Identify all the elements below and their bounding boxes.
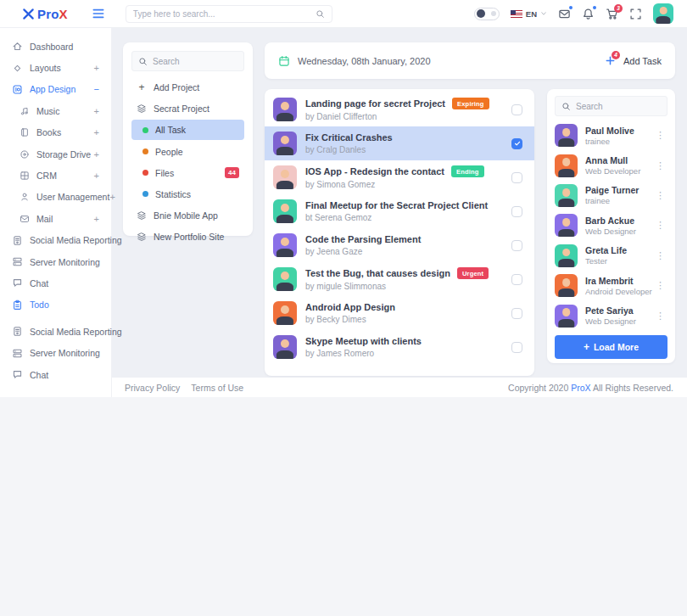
project-item-statistics[interactable]: Statistics — [131, 184, 244, 204]
task-checkbox[interactable] — [511, 138, 522, 149]
sidebar-item-chat[interactable]: Chat — [0, 272, 111, 294]
sidebar-item-mail[interactable]: Mail + — [0, 208, 111, 229]
sidebar-expand-toggle[interactable]: + — [109, 192, 114, 202]
sidebar-item-music[interactable]: Music + — [0, 100, 111, 121]
task-checkbox[interactable] — [511, 274, 522, 285]
task-row[interactable]: Test the Bug, that causes designUrgent b… — [265, 262, 534, 296]
sidebar-expand-toggle[interactable]: + — [94, 106, 99, 116]
cart-icon[interactable]: 3 — [606, 8, 618, 20]
add-task-button[interactable]: 4 Add Task — [605, 55, 662, 66]
person-menu-dots[interactable]: ⋮ — [654, 190, 667, 201]
project-item-add-project[interactable]: + Add Project — [131, 77, 244, 97]
person-row[interactable]: Anna Mull Web Developer ⋮ — [555, 150, 667, 180]
task-row[interactable]: Landing page for secret ProjectExpiring … — [265, 92, 534, 126]
project-item-secrat-project[interactable]: Secrat Project — [131, 98, 244, 118]
person-row[interactable]: Greta Life Tester ⋮ — [555, 241, 667, 271]
sidebar-item-server-monitoring[interactable]: Server Monitoring — [0, 251, 111, 272]
person-menu-dots[interactable]: ⋮ — [654, 250, 667, 261]
task-checkbox[interactable] — [511, 342, 522, 353]
search-icon[interactable] — [316, 9, 325, 19]
person-menu-dots[interactable]: ⋮ — [654, 130, 667, 141]
footer-brand-link[interactable]: ProX — [571, 383, 590, 393]
person-row[interactable]: Ira Membrit Android Developer ⋮ — [555, 271, 667, 300]
task-checkbox[interactable] — [511, 240, 522, 251]
app-logo[interactable]: ProX — [22, 7, 68, 21]
global-search-input[interactable] — [133, 9, 316, 19]
hamburger-menu-icon[interactable] — [92, 8, 105, 20]
sidebar-item-label: Server Monitoring — [30, 348, 100, 358]
task-author: by Daniel Clifferton — [305, 112, 489, 121]
terms-of-use-link[interactable]: Terms of Use — [191, 383, 243, 393]
person-row[interactable]: Paige Turner trainee ⋮ — [555, 181, 667, 210]
copyright-text: Copyright 2020 ProX All Rights Reserved. — [508, 383, 673, 393]
task-row[interactable]: Fix Critical Crashes by Cralg Danles — [265, 126, 534, 160]
person-name: Paul Molive — [585, 126, 634, 136]
user-avatar[interactable] — [653, 3, 673, 24]
task-checkbox[interactable] — [511, 104, 522, 115]
project-item-label: New Portfolio Site — [154, 232, 224, 242]
calendar-icon — [278, 55, 290, 67]
task-checkbox[interactable] — [511, 206, 522, 217]
sidebar-expand-toggle[interactable]: + — [94, 171, 99, 181]
task-row[interactable]: Final Meetup for the Secrat Project Clie… — [265, 194, 534, 228]
project-item-bnie-mobile-app[interactable]: Bnie Mobile App — [131, 205, 244, 225]
sidebar-expand-toggle[interactable]: − — [94, 84, 99, 94]
project-item-people[interactable]: People — [131, 142, 244, 161]
sidebar-expand-toggle[interactable]: + — [94, 214, 99, 224]
person-menu-dots[interactable]: ⋮ — [654, 160, 667, 171]
person-menu-dots[interactable]: ⋮ — [654, 220, 667, 231]
sidebar-expand-toggle[interactable]: + — [94, 149, 99, 160]
sidebar-item-storage-drive[interactable]: Storage Drive + — [0, 143, 111, 165]
load-more-button[interactable]: + Load More — [555, 335, 667, 359]
notifications-icon[interactable] — [582, 8, 595, 20]
task-author: by migule Slimmonas — [305, 282, 489, 291]
task-checkbox[interactable] — [511, 172, 522, 183]
task-title: IOS App - Redesign the contact — [305, 166, 444, 176]
person-row[interactable]: Barb Ackue Web Designer ⋮ — [555, 210, 667, 240]
sidebar-item-layouts[interactable]: Layouts + — [0, 57, 111, 78]
project-item-all-task[interactable]: All Task — [131, 120, 244, 140]
task-title: Code the Parsing Element — [305, 234, 421, 244]
sidebar-item-user-management[interactable]: User Management + — [0, 187, 111, 208]
person-menu-dots[interactable]: ⋮ — [654, 311, 667, 322]
fullscreen-icon[interactable] — [629, 8, 642, 20]
person-role: Web Designer — [585, 316, 636, 326]
person-avatar — [555, 214, 578, 237]
people-list: Paul Molive trainee ⋮ Anna Mull Web Deve… — [555, 120, 667, 331]
task-row[interactable]: Skype Meetup with clients by James Romer… — [265, 330, 534, 364]
theme-toggle[interactable] — [474, 8, 500, 20]
sidebar-item-server-monitoring[interactable]: Server Monitoring — [0, 342, 111, 363]
load-more-label: Load More — [594, 342, 639, 352]
person-row[interactable]: Paul Molive trainee ⋮ — [555, 120, 667, 150]
sidebar-item-label: Social Media Reporting — [30, 327, 122, 337]
project-item-files[interactable]: Files 44 — [131, 163, 244, 182]
sidebar-item-chat[interactable]: Chat — [0, 364, 111, 385]
sidebar-item-books[interactable]: Books + — [0, 122, 111, 143]
sidebar-item-social-media-reporting[interactable]: Social Media Reporting — [0, 230, 111, 251]
messages-icon[interactable] — [558, 8, 571, 20]
layers-icon — [137, 210, 147, 221]
person-menu-dots[interactable]: ⋮ — [654, 280, 667, 291]
sidebar-item-todo[interactable]: Todo — [0, 294, 111, 316]
project-search-input[interactable] — [153, 57, 237, 66]
person-row[interactable]: Pete Sariya Web Designer ⋮ — [555, 300, 667, 330]
task-avatar — [273, 98, 297, 121]
task-row[interactable]: Android App Design by Becky Dimes — [265, 296, 534, 330]
task-author: by James Romero — [305, 349, 422, 358]
toggle-hole — [491, 11, 496, 16]
sidebar-item-social-media-reporting[interactable]: Social Media Reporting — [0, 321, 111, 342]
project-item-new-portfolio-site[interactable]: New Portfolio Site — [131, 227, 244, 246]
task-row[interactable]: IOS App - Redesign the contactEnding by … — [265, 160, 534, 194]
task-title: Android App Design — [305, 302, 395, 312]
people-search-input[interactable] — [576, 102, 661, 111]
sidebar-item-app-design[interactable]: App Design − — [0, 79, 111, 100]
sidebar-expand-toggle[interactable]: + — [94, 127, 99, 137]
sidebar-item-dashboard[interactable]: Dashboard — [0, 36, 111, 57]
sidebar-item-crm[interactable]: CRM + — [0, 165, 111, 186]
language-selector[interactable]: EN — [511, 9, 547, 19]
task-checkbox[interactable] — [511, 308, 522, 319]
privacy-policy-link[interactable]: Privacy Policy — [125, 383, 180, 393]
task-author: by Jeena Gaze — [305, 247, 421, 256]
task-row[interactable]: Code the Parsing Element by Jeena Gaze — [265, 228, 534, 262]
sidebar-expand-toggle[interactable]: + — [94, 63, 99, 73]
